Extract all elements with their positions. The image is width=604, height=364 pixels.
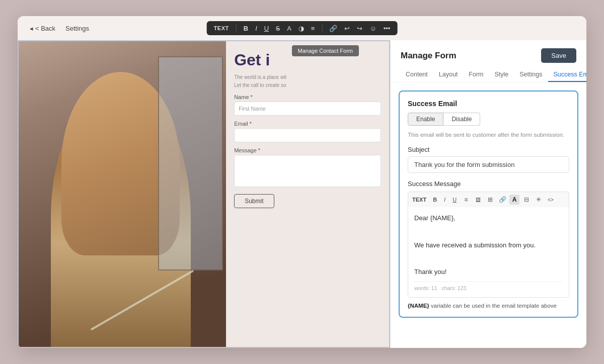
- toolbar-list[interactable]: ≡: [310, 25, 316, 32]
- tab-layout[interactable]: Layout: [434, 68, 463, 82]
- subject-input[interactable]: [408, 156, 569, 173]
- disable-button[interactable]: Disable: [443, 113, 480, 126]
- rte-text-label: TEXT: [412, 197, 426, 203]
- rte-grid[interactable]: ⊞: [485, 195, 495, 205]
- rte-image[interactable]: 🖼: [473, 195, 483, 205]
- photo-area: [19, 41, 234, 347]
- panel-body: Success Email Enable Disable This email …: [391, 82, 586, 348]
- canvas-area: Get i The world is a place wit Let the c…: [18, 40, 390, 348]
- toolbar-color[interactable]: A: [286, 25, 292, 32]
- rte-toolbar: TEXT B I U ≡ 🖼 ⊞ 🔗 A ⊟ ✳ <>: [408, 192, 569, 207]
- canvas-subtitle-2: Let the call to create so: [234, 82, 381, 89]
- main-content: Get i The world is a place wit Let the c…: [18, 40, 586, 348]
- rte-list[interactable]: ≡: [461, 195, 471, 205]
- canvas-subtitle-1: The world is a place wit: [234, 74, 381, 81]
- email-input[interactable]: [234, 128, 381, 142]
- message-line-4: [414, 253, 563, 264]
- toolbar-highlight[interactable]: ◑: [297, 25, 305, 32]
- toolbar-bold[interactable]: B: [243, 25, 249, 32]
- message-line-1: Dear {NAME},: [414, 213, 563, 224]
- rte-body[interactable]: Dear {NAME}, We have received a submissi…: [408, 207, 569, 298]
- success-message-label: Success Message: [408, 180, 569, 188]
- name-label: Name *: [234, 94, 381, 100]
- toolbar-link[interactable]: 🔗: [328, 25, 338, 32]
- submit-button[interactable]: Submit: [234, 194, 274, 208]
- email-label: Email *: [234, 121, 381, 127]
- variable-note: {NAME} variable can be used in the email…: [408, 303, 569, 309]
- rte-link[interactable]: 🔗: [497, 195, 507, 205]
- back-label: < Back: [35, 25, 55, 32]
- tab-content[interactable]: Content: [401, 68, 433, 82]
- toolbar-divider: [236, 24, 237, 32]
- top-toolbar: ◂ < Back Settings TEXT B I U S̶ A ◑ ≡ 🔗 …: [18, 16, 586, 40]
- toggle-group: Enable Disable: [408, 113, 569, 126]
- panel-title: Manage Form: [401, 51, 457, 61]
- panel-tabs: Content Layout Form Style Settings Succe…: [391, 63, 586, 82]
- toolbar-undo[interactable]: ↩: [343, 25, 351, 32]
- variable-note-text: variable can be used in the email templa…: [431, 303, 557, 309]
- success-email-heading: Success Email: [408, 100, 569, 108]
- settings-label: Settings: [65, 25, 89, 32]
- name-field-group: Name *: [234, 94, 381, 116]
- toolbar-italic[interactable]: I: [254, 25, 258, 32]
- toolbar-text[interactable]: TEXT: [213, 25, 230, 31]
- tab-style[interactable]: Style: [489, 68, 513, 82]
- back-button[interactable]: ◂ < Back: [26, 23, 59, 34]
- message-line-2: [414, 227, 563, 237]
- right-panel: Manage Form Save Content Layout Form Sty…: [390, 40, 586, 348]
- word-count: words: 11 chars: 123: [414, 282, 563, 291]
- message-line-3: We have received a submission from you.: [414, 240, 563, 251]
- rte-italic[interactable]: I: [441, 196, 448, 204]
- rte-code[interactable]: <>: [546, 195, 556, 205]
- text-toolbar: TEXT B I U S̶ A ◑ ≡ 🔗 ↩ ↪ ☺ •••: [207, 21, 398, 35]
- email-field-group: Email *: [234, 121, 381, 142]
- back-arrow-icon: ◂: [30, 25, 33, 32]
- panel-header: Manage Form Save: [391, 40, 586, 63]
- rte-asterisk[interactable]: ✳: [534, 195, 544, 205]
- name-input[interactable]: [234, 102, 381, 116]
- tab-settings[interactable]: Settings: [514, 68, 547, 82]
- message-field-group: Message *: [234, 147, 381, 189]
- message-textarea[interactable]: [234, 155, 381, 187]
- tab-success-email[interactable]: Success Email: [548, 68, 586, 82]
- manage-contact-badge[interactable]: Manage Contact Form: [292, 45, 359, 56]
- toolbar-strikethrough[interactable]: S̶: [275, 25, 281, 32]
- subject-label: Subject: [408, 146, 569, 153]
- toolbar-redo[interactable]: ↪: [356, 25, 363, 32]
- app-window: ◂ < Back Settings TEXT B I U S̶ A ◑ ≡ 🔗 …: [18, 16, 586, 348]
- rte-table[interactable]: ⊟: [521, 195, 532, 205]
- toolbar-more[interactable]: •••: [383, 25, 392, 32]
- toolbar-underline[interactable]: U: [263, 25, 270, 32]
- info-text: This email will be sent to customer afte…: [408, 131, 569, 139]
- form-section: Get i The world is a place wit Let the c…: [226, 41, 389, 347]
- save-button[interactable]: Save: [541, 48, 576, 63]
- toolbar-emoji[interactable]: ☺: [368, 25, 377, 32]
- message-label: Message *: [234, 147, 381, 153]
- success-email-card: Success Email Enable Disable This email …: [399, 90, 578, 318]
- enable-button[interactable]: Enable: [408, 113, 443, 126]
- message-line-5: Thank you!: [414, 267, 563, 278]
- rte-color[interactable]: A: [509, 195, 519, 205]
- rte-underline[interactable]: U: [450, 196, 459, 204]
- rte-bold[interactable]: B: [430, 196, 439, 204]
- tab-form[interactable]: Form: [464, 68, 488, 82]
- toolbar-divider-2: [322, 24, 322, 32]
- variable-name: {NAME}: [408, 303, 429, 309]
